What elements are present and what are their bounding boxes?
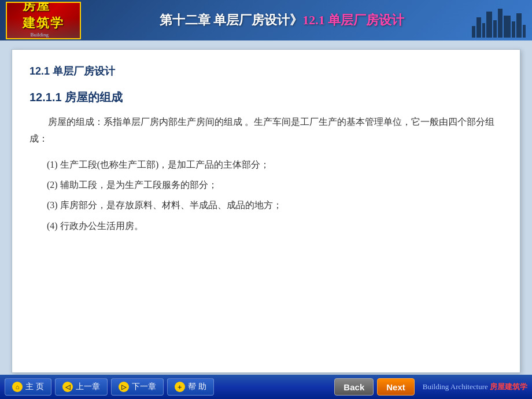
home-icon: ⌂ [12, 382, 23, 392]
header: 房屋建筑学 BuildingArchitecture 第十二章 单层厂房设计》1… [0, 0, 532, 40]
list-item-2: (2) 辅助工段，是为生产工段服务的部分； [29, 176, 503, 194]
next-label: Next [386, 382, 405, 392]
next-chapter-button[interactable]: ▷ 下一章 [111, 378, 164, 396]
next-chapter-label: 下一章 [132, 382, 156, 392]
title-highlight: 12.1 单层厂房设计 [302, 13, 404, 27]
help-icon: ＋ [175, 382, 185, 392]
main-content: 12.1 单层厂房设计 12.1.1 房屋的组成 房屋的组成：系指单层厂房内部生… [12, 49, 520, 373]
brand-text: Building Architecture 房屋建筑学 [423, 382, 527, 392]
list-item-4: (4) 行政办公生活用房。 [29, 217, 503, 235]
back-button[interactable]: Back [334, 378, 374, 396]
next-button[interactable]: Next [377, 378, 415, 396]
logo-text-main: 房屋建筑学 [23, 2, 64, 32]
list-item-1: (1) 生产工段(也称生产工部)，是加工产品的主体部分； [29, 156, 503, 173]
prev-chapter-label: 上一章 [76, 382, 100, 392]
home-label: 主 页 [25, 382, 44, 392]
home-button[interactable]: ⌂ 主 页 [5, 378, 51, 396]
brand-cn: 房屋建筑学 [490, 382, 527, 391]
content-paragraph: 房屋的组成：系指单层厂房内部生产房间的组成 。生产车间是工厂生产的基本管理单位，… [29, 114, 503, 147]
bottom-nav: ⌂ 主 页 ◁ 上一章 ▷ 下一章 ＋ 帮 助 Back Next Buildi… [0, 375, 532, 399]
next-chapter-icon: ▷ [119, 382, 129, 392]
header-title: 第十二章 单层厂房设计》12.1 单层厂房设计 [93, 12, 471, 29]
prev-chapter-button[interactable]: ◁ 上一章 [55, 378, 108, 396]
section-title-main: 12.1 单层厂房设计 [29, 64, 503, 78]
prev-chapter-icon: ◁ [62, 382, 73, 392]
logo-text-en: BuildingArchitecture [31, 32, 57, 39]
logo-area: 房屋建筑学 BuildingArchitecture [6, 2, 81, 39]
title-prefix: 第十二章 单层厂房设计》 [160, 13, 303, 27]
section-title-sub: 12.1.1 房屋的组成 [29, 90, 503, 105]
help-label: 帮 助 [188, 382, 206, 392]
list-item-3: (3) 库房部分，是存放原料、材料、半成品、成品的地方； [29, 197, 503, 214]
back-label: Back [343, 382, 364, 392]
city-silhouette [471, 3, 526, 38]
help-button[interactable]: ＋ 帮 助 [167, 378, 214, 396]
brand-en: Building Architecture [423, 382, 488, 391]
